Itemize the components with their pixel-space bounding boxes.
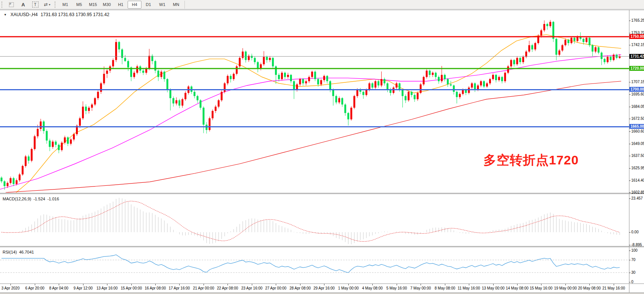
candle-body bbox=[583, 39, 585, 42]
timeframe-button-m15[interactable]: M15 bbox=[86, 1, 100, 9]
price-axis-tick bbox=[629, 193, 631, 193]
candle-body bbox=[227, 76, 229, 84]
timeframe-button-h4[interactable]: H4 bbox=[128, 1, 141, 9]
candle-body bbox=[272, 58, 274, 67]
candle-body bbox=[103, 74, 105, 83]
candle-body bbox=[426, 71, 428, 77]
time-axis-label: 13 May 00:00 bbox=[482, 286, 505, 290]
time-axis-tick bbox=[131, 284, 132, 285]
candle-body bbox=[263, 57, 265, 64]
candle-body bbox=[260, 64, 262, 69]
timeframe-button-m30[interactable]: M30 bbox=[100, 1, 114, 9]
candle-body bbox=[384, 79, 385, 83]
time-axis-tick bbox=[517, 284, 518, 285]
candle-body bbox=[170, 90, 171, 98]
time-axis-tick bbox=[35, 284, 35, 285]
time-axis-label: 27 Apr 00:00 bbox=[265, 286, 287, 290]
candle-body bbox=[453, 85, 455, 92]
candle-body bbox=[408, 92, 409, 100]
candle-body bbox=[619, 57, 620, 58]
grid-snap-icon: F bbox=[9, 2, 14, 7]
rsi-axis-label: 30 bbox=[631, 270, 635, 275]
candle-body bbox=[564, 40, 566, 45]
candle-body bbox=[561, 45, 563, 51]
arrows-button[interactable]: ⇄ ▾ bbox=[41, 1, 53, 8]
timeframe-button-h1[interactable]: H1 bbox=[114, 1, 128, 9]
candle-body bbox=[480, 81, 482, 85]
chevron-down-icon[interactable]: ▼ bbox=[4, 13, 7, 16]
price-level-badge[interactable]: 1720.00 bbox=[629, 66, 644, 71]
price-axis-label: 1660.60 bbox=[631, 129, 644, 133]
current-price-badge: 1731.42 bbox=[629, 54, 644, 59]
candle-body bbox=[320, 80, 322, 84]
time-axis-tick bbox=[179, 284, 180, 285]
chart-annotation-text: 多空转折点1720 bbox=[483, 152, 579, 169]
candle-body bbox=[1, 178, 3, 181]
text-label-button[interactable]: A bbox=[17, 1, 29, 8]
candle-body bbox=[136, 66, 138, 73]
timeframe-button-w1[interactable]: W1 bbox=[155, 1, 169, 9]
candle-body bbox=[372, 83, 373, 87]
candle-body bbox=[525, 52, 527, 57]
panel-splitter[interactable] bbox=[0, 246, 644, 247]
time-axis-label: 8 May 08:00 bbox=[434, 286, 455, 290]
candle-body bbox=[438, 77, 440, 81]
toolbar-grip[interactable] bbox=[55, 1, 56, 8]
candle-body bbox=[405, 96, 406, 100]
panel-splitter[interactable] bbox=[0, 193, 644, 194]
candle-body bbox=[115, 42, 117, 60]
candle-body bbox=[477, 85, 479, 90]
time-axis-tick bbox=[421, 284, 421, 285]
candle-body bbox=[423, 77, 425, 85]
price-level-badge[interactable]: 1700.00 bbox=[629, 87, 644, 92]
candle-body bbox=[31, 149, 33, 161]
toolbar-grip[interactable] bbox=[1, 1, 3, 8]
candle-body bbox=[486, 83, 488, 86]
grid-snap-button[interactable]: F bbox=[5, 1, 17, 8]
candle-body bbox=[34, 136, 36, 149]
time-axis-tick bbox=[541, 284, 541, 285]
price-level-badge[interactable]: 1750.00 bbox=[629, 34, 644, 39]
candle-body bbox=[326, 76, 328, 81]
rsi-plot[interactable] bbox=[0, 248, 629, 283]
candle-body bbox=[19, 175, 21, 181]
price-level-badge[interactable]: 1665.00 bbox=[629, 124, 644, 129]
text-box-button[interactable]: T bbox=[29, 1, 41, 8]
candle-body bbox=[302, 79, 304, 83]
candle-body bbox=[356, 90, 358, 96]
time-axis-tick bbox=[155, 284, 156, 285]
time-axis-tick bbox=[300, 284, 300, 285]
candle-body bbox=[350, 108, 352, 119]
time-axis[interactable]: 3 Apr 20206 Apr 20:008 Apr 04:009 Apr 12… bbox=[0, 284, 644, 293]
timeframe-button-d1[interactable]: D1 bbox=[141, 1, 155, 9]
macd-plot[interactable] bbox=[0, 194, 629, 246]
time-axis-label: 13 Apr 16:00 bbox=[97, 286, 118, 290]
timeframe-button-mn[interactable]: MN bbox=[169, 1, 183, 9]
candle-body bbox=[410, 92, 412, 95]
timeframe-button-m1[interactable]: M1 bbox=[58, 1, 72, 9]
candle-body bbox=[432, 73, 434, 75]
candle-body bbox=[209, 118, 211, 130]
candle-body bbox=[251, 56, 253, 58]
candle-body bbox=[215, 107, 217, 111]
candle-body bbox=[91, 104, 93, 107]
candle-body bbox=[212, 111, 214, 118]
candle-body bbox=[37, 129, 39, 136]
candle-body bbox=[317, 79, 319, 84]
candle-body bbox=[456, 92, 458, 97]
price-axis-tick bbox=[629, 131, 631, 132]
time-axis-tick bbox=[589, 284, 590, 285]
candle-body bbox=[513, 60, 515, 64]
candle-body bbox=[347, 113, 349, 119]
candle-body bbox=[233, 74, 235, 79]
candle-body bbox=[489, 79, 491, 83]
time-axis-label: 17 Apr 16:00 bbox=[169, 286, 190, 290]
price-axis-tick bbox=[629, 21, 631, 21]
candle-body bbox=[471, 83, 473, 87]
candle-body bbox=[4, 181, 6, 186]
candle-body bbox=[459, 94, 461, 97]
candle-body bbox=[375, 81, 376, 88]
candle-body bbox=[462, 90, 464, 94]
timeframe-button-m5[interactable]: M5 bbox=[72, 1, 86, 9]
candle-body bbox=[601, 52, 602, 59]
